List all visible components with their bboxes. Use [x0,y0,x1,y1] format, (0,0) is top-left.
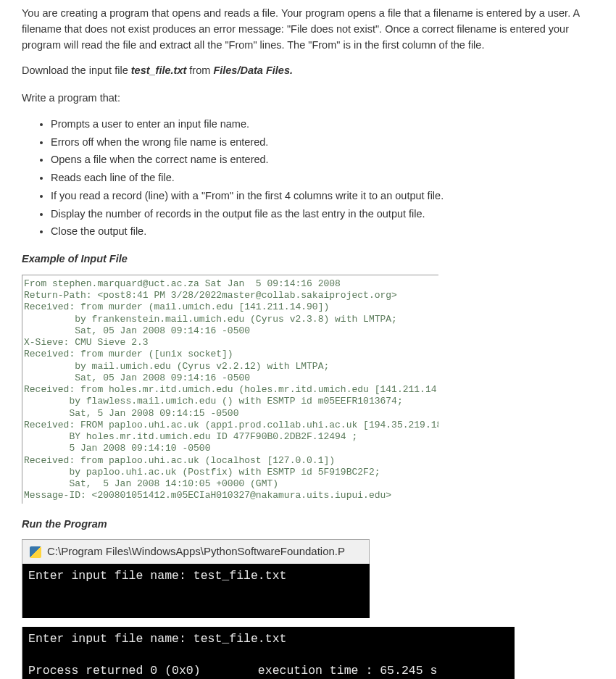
python-icon [30,546,41,558]
download-file: test_file.txt [131,64,187,76]
list-item: Display the number of records in the out… [51,207,594,222]
download-prefix: Download the input file [22,64,131,76]
terminal-title-text: C:\Program Files\WindowsApps\PythonSoftw… [47,543,345,560]
list-item: If you read a record (line) with a "From… [51,188,594,204]
write-prompt: Write a program that: [22,91,594,107]
download-line: Download the input file test_file.txt fr… [22,63,594,79]
list-item: Close the output file. [51,224,594,240]
run-heading: Run the Program [22,517,594,533]
download-middle: from [186,64,213,76]
steps-list: Prompts a user to enter an input file na… [51,117,594,240]
list-item: Errors off when the wrong file name is e… [51,135,594,151]
download-folder: Files/Data Files. [213,64,293,76]
terminal-2: Enter input file name: test_file.txt Pro… [22,627,594,679]
terminal-body-1: Enter input file name: test_file.txt [22,564,370,618]
list-item: Reads each line of the file. [51,170,594,186]
list-item: Opens a file when the correct name is en… [51,152,594,168]
terminal-body-2: Enter input file name: test_file.txt Pro… [22,627,515,679]
example-heading: Example of Input File [22,251,594,267]
list-item: Prompts a user to enter an input file na… [51,117,594,133]
terminal-1: C:\Program Files\WindowsApps\PythonSoftw… [22,539,594,618]
terminal-title-bar: C:\Program Files\WindowsApps\PythonSoftw… [22,539,370,564]
example-input-block: From stephen.marquard@uct.ac.za Sat Jan … [22,275,438,504]
intro-paragraph: You are creating a program that opens an… [22,6,594,53]
